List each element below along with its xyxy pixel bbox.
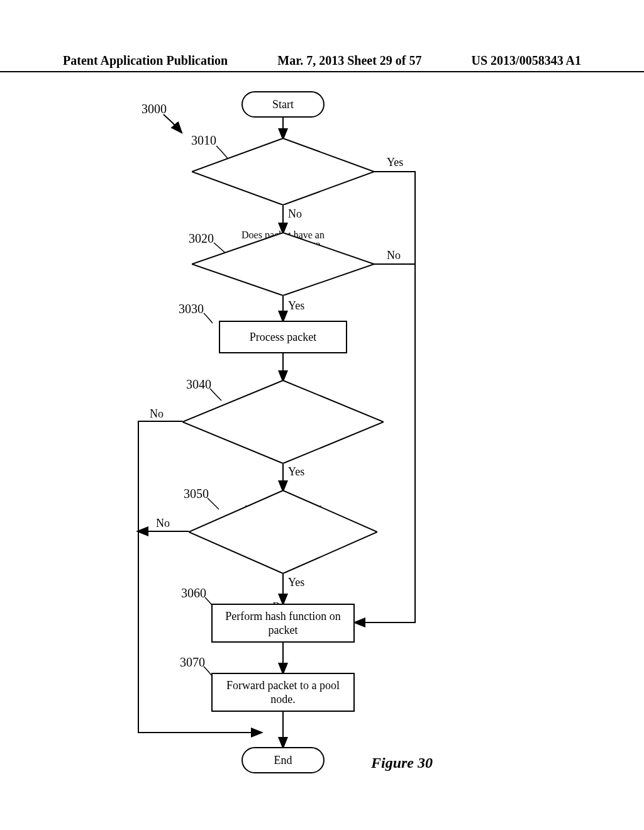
ref-3020: 3020 (189, 231, 214, 246)
svg-marker-11 (189, 490, 377, 573)
ref-3010: 3010 (191, 133, 216, 148)
svg-marker-9 (192, 233, 374, 296)
edge-3010-no: No (288, 208, 302, 221)
ref-3070: 3070 (180, 655, 205, 670)
ref-3000: 3000 (142, 102, 167, 116)
process-3030: Process packet (219, 321, 347, 353)
edge-3020-no: No (387, 249, 401, 262)
process-3060: Perform hash function on packet (211, 604, 355, 643)
ref-3040: 3040 (186, 377, 211, 392)
terminator-start: Start (242, 91, 325, 118)
start-label: Start (272, 97, 294, 112)
decision-3020: Can packet be processed? (192, 233, 374, 296)
header-center: Mar. 7, 2013 Sheet 29 of 57 (277, 53, 421, 68)
terminator-end: End (242, 747, 325, 773)
edge-3050-yes: Yes (288, 576, 304, 589)
process-3070-text: Forward packet to a pool node. (226, 678, 340, 707)
process-3060-text: Perform hash function on packet (225, 609, 340, 638)
ref-3030: 3030 (179, 302, 204, 316)
process-3030-text: Process packet (250, 330, 316, 345)
edge-3040-no: No (150, 407, 164, 421)
page-header: Patent Application Publication Mar. 7, 2… (0, 53, 644, 72)
decision-3040: Is packet multicast or broadcast? (182, 380, 384, 463)
edge-3010-yes: Yes (387, 156, 403, 169)
end-label: End (274, 753, 292, 768)
process-3070: Forward packet to a pool node. (211, 673, 355, 712)
ref-3060: 3060 (181, 586, 206, 600)
figure-caption: Figure 30 (371, 755, 433, 772)
svg-marker-10 (182, 380, 384, 463)
edge-3020-yes: Yes (288, 299, 304, 313)
decision-3010: Does packet have an unknown DMAC? (192, 138, 374, 205)
flowchart-diagram: Start Does packet have an unknown DMAC? … (0, 88, 644, 805)
header-left: Patent Application Publication (63, 53, 228, 68)
header-right: US 2013/0058343 A1 (472, 53, 581, 68)
decision-3050: Does packet need further processing? (189, 490, 377, 573)
edge-3040-yes: Yes (288, 465, 304, 479)
ref-3050: 3050 (184, 487, 209, 501)
edge-3050-no: No (156, 517, 170, 530)
svg-marker-8 (192, 138, 374, 205)
